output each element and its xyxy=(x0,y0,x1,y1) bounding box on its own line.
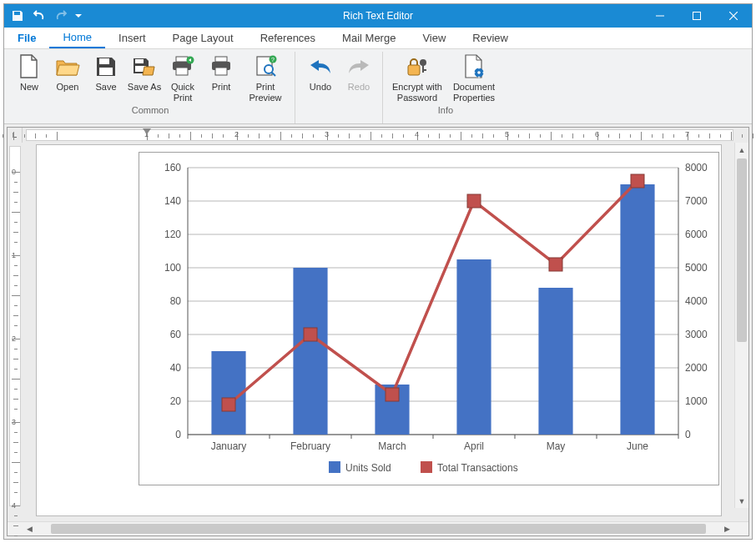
save-qat-icon[interactable] xyxy=(8,6,28,26)
svg-text:6000: 6000 xyxy=(685,229,708,240)
save-as-icon xyxy=(131,53,158,80)
ribbon: New Open Save Save As Quick Print xyxy=(4,49,752,124)
svg-line-14 xyxy=(272,73,275,76)
svg-text:April: April xyxy=(464,440,484,452)
ribbon-group-common: New Open Save Save As Quick Print xyxy=(9,52,291,123)
svg-rect-3 xyxy=(135,59,144,63)
tab-mail-merge[interactable]: Mail Merge xyxy=(329,28,409,48)
horizontal-scrollbar[interactable]: ◀ ▶ xyxy=(8,521,748,535)
svg-rect-7 xyxy=(176,68,188,75)
print-preview-button[interactable]: ? Print Preview xyxy=(241,52,290,103)
quick-print-button[interactable]: Quick Print xyxy=(164,52,201,103)
qat-customize-icon[interactable] xyxy=(73,6,84,26)
svg-text:80: 80 xyxy=(170,295,182,307)
lock-key-icon xyxy=(404,53,431,80)
svg-rect-60 xyxy=(456,259,491,435)
svg-rect-61 xyxy=(538,288,572,435)
vertical-ruler[interactable]: 01234 xyxy=(9,146,21,506)
undo-icon xyxy=(307,53,334,80)
svg-text:140: 140 xyxy=(164,195,181,207)
svg-rect-2 xyxy=(99,68,113,75)
scroll-right-icon[interactable]: ▶ xyxy=(720,522,734,535)
svg-point-22 xyxy=(477,71,481,74)
svg-text:?: ? xyxy=(271,57,275,63)
svg-text:5000: 5000 xyxy=(685,262,708,274)
document-page[interactable]: 0204060801001201401600100020003000400050… xyxy=(36,144,722,516)
document-properties-icon xyxy=(461,53,487,80)
close-button[interactable] xyxy=(715,4,752,28)
ribbon-tabstrip: File Home Insert Page Layout References … xyxy=(4,28,752,49)
vertical-scroll-thumb[interactable] xyxy=(737,158,747,342)
undo-qat-icon[interactable] xyxy=(29,6,49,26)
title-bar: Rich Text Editor xyxy=(4,4,752,28)
svg-rect-9 xyxy=(215,57,227,62)
vertical-scrollbar[interactable]: ▲ ▼ xyxy=(734,143,748,508)
save-as-button[interactable]: Save As xyxy=(126,52,163,103)
chart-object[interactable]: 0204060801001201401600100020003000400050… xyxy=(139,152,719,485)
file-new-icon xyxy=(16,53,43,80)
tab-file[interactable]: File xyxy=(4,28,49,48)
svg-text:June: June xyxy=(627,440,648,452)
svg-text:60: 60 xyxy=(170,329,182,340)
tab-home[interactable]: Home xyxy=(49,28,105,48)
svg-rect-79 xyxy=(467,194,481,208)
tab-page-layout[interactable]: Page Layout xyxy=(159,28,247,48)
svg-text:2000: 2000 xyxy=(685,362,708,374)
redo-icon xyxy=(345,53,372,80)
open-button[interactable]: Open xyxy=(49,52,86,103)
window-title: Rich Text Editor xyxy=(4,10,752,22)
app-window: Rich Text Editor File Home Insert Page L… xyxy=(3,3,753,540)
svg-rect-19 xyxy=(422,65,424,73)
print-icon xyxy=(208,53,234,80)
svg-text:Units Sold: Units Sold xyxy=(345,462,391,474)
svg-text:4000: 4000 xyxy=(685,295,708,307)
svg-text:100: 100 xyxy=(164,262,181,274)
redo-qat-icon[interactable] xyxy=(51,6,71,26)
tab-insert[interactable]: Insert xyxy=(105,28,159,48)
svg-text:0: 0 xyxy=(685,429,691,440)
undo-button[interactable]: Undo xyxy=(302,52,339,103)
svg-text:3000: 3000 xyxy=(685,329,708,340)
svg-text:40: 40 xyxy=(170,362,182,374)
doc-properties-button[interactable]: Document Properties xyxy=(446,52,501,103)
tab-references[interactable]: References xyxy=(247,28,329,48)
svg-text:February: February xyxy=(290,440,330,452)
svg-rect-82 xyxy=(329,461,340,473)
save-button[interactable]: Save xyxy=(88,52,124,103)
maximize-button[interactable] xyxy=(678,4,715,28)
svg-rect-58 xyxy=(293,268,327,435)
svg-text:120: 120 xyxy=(164,229,181,240)
svg-text:160: 160 xyxy=(164,162,181,173)
scroll-up-icon[interactable]: ▲ xyxy=(735,143,748,157)
svg-rect-78 xyxy=(386,388,399,401)
svg-rect-5 xyxy=(176,57,188,62)
ruler-corner[interactable]: L xyxy=(8,128,23,143)
print-button[interactable]: Print xyxy=(203,52,239,103)
print-preview-icon: ? xyxy=(252,53,279,80)
tab-view[interactable]: View xyxy=(409,28,459,48)
encrypt-button[interactable]: Encrypt with Password xyxy=(390,52,445,103)
svg-rect-1 xyxy=(99,58,109,64)
redo-button[interactable]: Redo xyxy=(340,52,377,103)
new-button[interactable]: New xyxy=(11,52,48,103)
scroll-down-icon[interactable]: ▼ xyxy=(735,494,748,508)
tab-review[interactable]: Review xyxy=(459,28,522,48)
minimize-button[interactable] xyxy=(642,4,678,28)
svg-point-13 xyxy=(265,65,273,73)
svg-rect-20 xyxy=(422,69,426,71)
ribbon-group-info: Encrypt with Password Document Propertie… xyxy=(382,52,503,123)
svg-rect-80 xyxy=(549,258,562,271)
svg-rect-17 xyxy=(408,65,420,75)
svg-text:0: 0 xyxy=(175,429,181,440)
svg-rect-0 xyxy=(693,13,701,20)
horizontal-ruler[interactable]: 11234567 xyxy=(26,129,733,141)
svg-text:Total Transactions: Total Transactions xyxy=(437,462,518,474)
svg-rect-81 xyxy=(631,174,644,188)
quick-print-icon xyxy=(169,53,196,80)
horizontal-scroll-thumb[interactable] xyxy=(51,524,706,534)
scroll-left-icon[interactable]: ◀ xyxy=(23,522,37,535)
svg-point-18 xyxy=(420,59,426,66)
svg-text:20: 20 xyxy=(170,395,182,407)
document-area: L 11234567 01234 02040608010012014016001… xyxy=(7,127,749,536)
group-label-common: Common xyxy=(132,103,169,118)
